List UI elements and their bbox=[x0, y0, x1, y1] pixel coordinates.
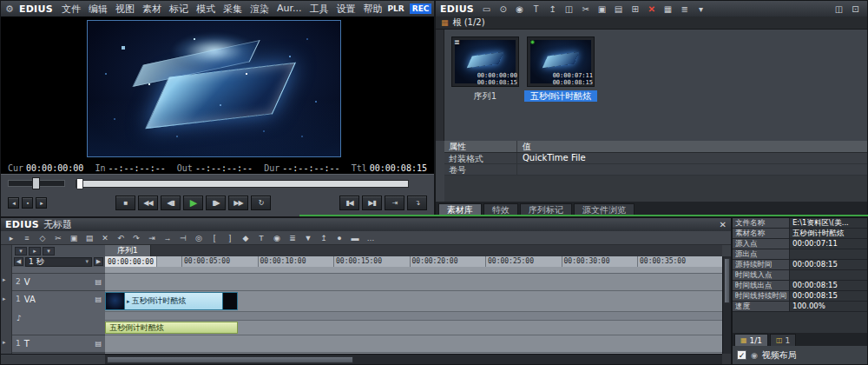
bin-clip-video[interactable]: 00:00:07:11 00:00:08:15 五秒倒计时酷炫 bbox=[524, 36, 597, 102]
bin-clip-sequence[interactable]: ≣ 00:00:00:00 00:00:08:15 序列1 bbox=[449, 36, 522, 102]
add-transition-icon[interactable]: ◆ bbox=[238, 232, 253, 243]
vertical-scroll-thumb[interactable] bbox=[724, 258, 730, 303]
thumbnail-view-icon[interactable]: ▦ bbox=[661, 3, 675, 15]
info-row[interactable]: 时间线入点 bbox=[733, 270, 867, 281]
pointer-icon[interactable]: ▸ bbox=[3, 232, 19, 243]
property-row[interactable]: 封装格式 QuickTime File bbox=[444, 153, 867, 164]
property-column-header[interactable]: 属性 bbox=[444, 141, 517, 152]
menu-item[interactable]: 编辑 bbox=[89, 3, 108, 16]
close-icon[interactable]: ✕ bbox=[720, 220, 727, 229]
position-bar[interactable] bbox=[76, 180, 409, 188]
horizontal-scrollbar[interactable] bbox=[105, 354, 724, 364]
position-handle[interactable] bbox=[76, 178, 83, 189]
match-frame-icon[interactable]: ◎ bbox=[191, 232, 207, 243]
track-header-v[interactable]: 2 V ▤ bbox=[12, 274, 105, 291]
video-layout-row[interactable]: ✓ ◉ 视频布局 bbox=[733, 346, 867, 364]
info-row[interactable]: 源入点 00:00:07:11 bbox=[733, 239, 867, 249]
goto-in-button[interactable]: ⇥ bbox=[385, 196, 404, 210]
fast-forward-button[interactable]: ▶▶ bbox=[228, 196, 248, 210]
checkbox-checked-icon[interactable]: ✓ bbox=[737, 350, 746, 360]
copy-icon[interactable]: ▣ bbox=[66, 232, 82, 243]
more-icon[interactable]: … bbox=[363, 232, 378, 243]
menu-item[interactable]: 素材 bbox=[142, 3, 161, 16]
menu-item[interactable]: 工具 bbox=[309, 3, 328, 16]
info-row[interactable]: 文件名称 E:\1资料区\(美... bbox=[733, 218, 867, 229]
ripple-delete-icon[interactable]: ✕ bbox=[97, 232, 113, 243]
menu-item[interactable]: 设置 bbox=[336, 3, 355, 16]
player-mode-label[interactable]: PLR bbox=[387, 4, 404, 13]
trim-mode-icon[interactable]: ⊣ bbox=[175, 232, 191, 243]
rewind-button[interactable]: ◀◀ bbox=[138, 196, 158, 210]
insert-to-timeline-button[interactable]: ↴ bbox=[407, 196, 427, 210]
layout-icon[interactable]: ◫ bbox=[832, 3, 846, 15]
menu-item[interactable]: 渲染 bbox=[250, 3, 269, 16]
clip-label[interactable]: 序列1 bbox=[449, 90, 522, 102]
dock-icon[interactable]: ⊡ bbox=[848, 3, 863, 15]
jog-right-icon[interactable]: ▸ bbox=[36, 197, 47, 209]
insert-mode-icon[interactable]: ⇥ bbox=[144, 232, 160, 243]
bin-tree-strip[interactable] bbox=[436, 30, 444, 141]
record-icon[interactable]: ● bbox=[332, 232, 347, 243]
value-column-header[interactable]: 值 bbox=[517, 141, 531, 152]
info-row[interactable]: 源出点 bbox=[733, 249, 867, 260]
ripple-toggle-icon[interactable]: ▾ bbox=[15, 247, 27, 256]
up-folder-icon[interactable]: ↥ bbox=[545, 3, 560, 15]
sync-toggle-icon[interactable]: ▸ bbox=[29, 247, 41, 256]
delete-icon[interactable]: ✕ bbox=[644, 3, 659, 15]
timeline-lanes[interactable]: ▸ 五秒倒计时酷炫 五秒倒计时酷炫 bbox=[105, 267, 724, 354]
zoom-in-icon[interactable]: ▶ bbox=[94, 257, 103, 266]
track-header-va[interactable]: 1 VA ▤ ♪ bbox=[12, 291, 105, 335]
audio-mixer-icon[interactable]: ≣ bbox=[285, 232, 300, 243]
vertical-scrollbar[interactable] bbox=[722, 256, 731, 354]
undo-icon[interactable]: ↶ bbox=[113, 232, 128, 243]
title-icon[interactable]: T bbox=[253, 232, 269, 243]
zoom-out-icon[interactable]: ◀ bbox=[14, 257, 23, 266]
info-row[interactable]: 时间线出点 00:00:08:15 bbox=[733, 281, 867, 291]
track-patch-icon[interactable]: ▤ bbox=[95, 340, 102, 348]
play-button[interactable]: ▶ bbox=[183, 196, 203, 210]
grid-view-icon[interactable]: ⊞ bbox=[628, 3, 642, 15]
va-audio-lane[interactable]: 五秒倒计时酷炫 bbox=[105, 321, 724, 335]
monitor-icon[interactable]: ◫ bbox=[562, 3, 576, 15]
voiceover-icon[interactable]: ◉ bbox=[269, 232, 285, 243]
shuttle-handle[interactable] bbox=[32, 177, 40, 189]
add-title-icon[interactable]: T bbox=[529, 3, 543, 15]
export-icon[interactable]: ↥ bbox=[316, 232, 332, 243]
property-row[interactable]: 卷号 bbox=[444, 164, 867, 176]
info-tab[interactable]: ▦ 1/1 bbox=[734, 334, 768, 346]
jog-left-icon[interactable]: ◂ bbox=[8, 197, 19, 209]
info-row[interactable]: 速度 100.00% bbox=[733, 302, 867, 312]
info-tab[interactable]: ◫ 1 bbox=[770, 334, 796, 346]
info-row[interactable]: 时间线持续时间 00:00:08:15 bbox=[733, 291, 867, 302]
title-track-lane[interactable] bbox=[105, 335, 724, 353]
menu-item[interactable]: 采集 bbox=[223, 3, 242, 16]
timeline-clip[interactable]: ▸ 五秒倒计时酷炫 bbox=[105, 292, 238, 310]
expand-track-t-icon[interactable]: ▸ bbox=[3, 339, 6, 346]
speaker-icon[interactable]: ♪ bbox=[16, 314, 22, 322]
search-icon[interactable]: ⊙ bbox=[496, 3, 510, 15]
menu-item[interactable]: Aur... bbox=[277, 3, 302, 16]
menu-item[interactable]: 视图 bbox=[115, 3, 135, 16]
expand-track-va-icon[interactable]: ▸ bbox=[3, 295, 6, 302]
settings-icon[interactable]: ≡ bbox=[19, 232, 35, 243]
clip-label-selected[interactable]: 五秒倒计时酷炫 bbox=[524, 90, 597, 102]
next-frame-button[interactable]: ▮▶ bbox=[206, 196, 226, 210]
bin-folder-bar[interactable]: ▦ 根 (1/2) bbox=[436, 17, 867, 30]
audio-clip[interactable]: 五秒倒计时酷炫 bbox=[105, 322, 238, 334]
paste-icon[interactable]: ▤ bbox=[611, 3, 626, 15]
set-out-icon[interactable]: ] bbox=[222, 232, 238, 243]
info-row[interactable]: 源持续时间 00:00:08:15 bbox=[733, 260, 867, 270]
recorder-mode-badge[interactable]: REC bbox=[410, 3, 432, 14]
save-icon[interactable]: ◇ bbox=[35, 232, 50, 243]
loop-button[interactable]: ↻ bbox=[251, 196, 271, 210]
detail-view-icon[interactable]: ≣ bbox=[677, 3, 692, 15]
new-folder-icon[interactable]: ▭ bbox=[479, 3, 494, 15]
previous-frame-button[interactable]: ◀▮ bbox=[161, 196, 181, 210]
horizontal-scroll-thumb[interactable] bbox=[107, 356, 353, 363]
time-scale-select[interactable]: 1 秒 ▾ bbox=[25, 257, 92, 267]
va-gap-lane[interactable] bbox=[105, 312, 724, 321]
menu-item[interactable]: 标记 bbox=[169, 3, 188, 16]
set-in-button[interactable]: ▮◀ bbox=[339, 196, 359, 210]
menu-item[interactable]: 模式 bbox=[196, 3, 215, 16]
overwrite-mode-icon[interactable]: → bbox=[160, 232, 175, 243]
